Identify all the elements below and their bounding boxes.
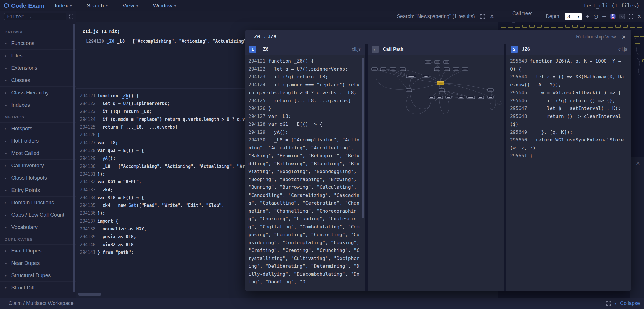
calltree-mini-node bbox=[537, 25, 542, 28]
line-number: 295650 bbox=[510, 137, 530, 143]
expand-icon[interactable] bbox=[629, 14, 633, 19]
line-number: 295645 bbox=[510, 90, 530, 95]
sidebar-item-files[interactable]: ▸Files bbox=[0, 49, 76, 62]
hexagon-logo-icon bbox=[4, 3, 9, 8]
column-scrollbar[interactable] bbox=[362, 58, 364, 218]
line-number: 294129 bbox=[76, 155, 97, 162]
expand-icon[interactable] bbox=[606, 301, 611, 306]
code-text: var qG1 = E(() => { bbox=[268, 121, 323, 127]
code-link[interactable]: _Z6 bbox=[121, 93, 128, 99]
expand-icon[interactable] bbox=[69, 14, 73, 19]
code-token: var qG1 = E(() ⇒ { bbox=[97, 148, 144, 153]
code-link[interactable]: U7 bbox=[123, 101, 128, 106]
menu-search[interactable]: Search▾ bbox=[87, 3, 108, 9]
sidebar-item-label: Struct Diff bbox=[11, 285, 35, 291]
sidebar-item-domain-functions[interactable]: ▸Domain Functions bbox=[0, 196, 76, 209]
calltree-mini-node bbox=[529, 25, 535, 28]
sidebar-scrollbar[interactable] bbox=[73, 24, 75, 292]
chevron-right-icon: ▸ bbox=[5, 54, 7, 58]
sidebar-item-extensions[interactable]: ▸Extensions bbox=[0, 62, 76, 74]
export-image-icon[interactable] bbox=[619, 13, 625, 20]
code-text: zk4 = new Set(["Read", "Write", "Edit", … bbox=[97, 202, 224, 209]
sidebar-item-entry-points[interactable]: ▸Entry Points bbox=[0, 184, 76, 196]
center-target-icon[interactable]: ⊙ bbox=[593, 13, 598, 20]
chevron-right-icon: ▸ bbox=[5, 249, 7, 253]
zoom-out-icon[interactable]: − bbox=[602, 13, 606, 20]
calltree-mini-node bbox=[558, 25, 563, 28]
chevron-right-icon: ▸ bbox=[5, 91, 7, 95]
collapse-button[interactable]: Collapse bbox=[620, 300, 640, 306]
target-function-column: 2 JZ6 cli.js 295643 function JZ6(A, q, K… bbox=[506, 44, 631, 291]
line-number: 294123 bbox=[76, 108, 97, 116]
sidebar-item-most-called[interactable]: ▸Most Called bbox=[0, 147, 76, 159]
hit-function-link[interactable]: _Z6 bbox=[107, 39, 114, 44]
sidebar-item-hot-folders[interactable]: ▸Hot Folders bbox=[0, 135, 76, 147]
menu-label: Window bbox=[153, 3, 172, 9]
sidebar-item-label: Classes bbox=[11, 77, 30, 83]
close-calltree-icon[interactable]: × bbox=[637, 13, 641, 20]
sidebar-item-gaps-low-call-count[interactable]: ▸Gaps / Low Call Count bbox=[0, 209, 76, 221]
source-column-header[interactable]: 1 _Z6 cli.js bbox=[245, 44, 365, 55]
sidebar-item-vocabulary[interactable]: ▸Vocabulary bbox=[0, 221, 76, 233]
sidebar-item-indexes[interactable]: ▸Indexes bbox=[0, 99, 76, 111]
graph-node-label bbox=[391, 69, 394, 69]
overlay-code-line: 295646 if (!q) return () => {}; bbox=[510, 97, 627, 105]
zoom-in-icon[interactable]: + bbox=[585, 13, 590, 20]
code-text: let $ = setInterval(_, K); bbox=[530, 106, 621, 111]
sidebar-item-class-hierarchy[interactable]: ▸Class Hierarchy bbox=[0, 86, 76, 99]
line-number: 294122 bbox=[76, 100, 97, 108]
menu-view[interactable]: View▾ bbox=[123, 3, 138, 9]
sidebar-item-structural-dupes[interactable]: ▸Structural Dupes bbox=[0, 269, 76, 281]
code-text: } bbox=[268, 106, 271, 111]
code-text: return [..._L8, ...q.verbs] bbox=[268, 98, 351, 103]
chevron-right-icon: ▸ bbox=[5, 188, 7, 192]
line-number: 294127 bbox=[248, 114, 268, 119]
chevron-right-icon: ▸ bbox=[5, 79, 7, 82]
calltree-edges bbox=[631, 31, 644, 157]
sidebar-item-struct-diff[interactable]: ▸Struct Diff bbox=[0, 281, 76, 294]
close-panel-icon[interactable]: × bbox=[636, 159, 640, 167]
target-column-header[interactable]: 2 JZ6 cli.js bbox=[506, 44, 631, 55]
sidebar-item-exact-dupes[interactable]: ▸Exact Dupes bbox=[0, 244, 76, 257]
overlay-code-line: 295649 }, [q, K]); bbox=[510, 128, 627, 136]
chevron-down-icon[interactable]: ▾ bbox=[614, 301, 616, 306]
sidebar-item-call-inventory[interactable]: ▸Call Inventory bbox=[0, 159, 76, 172]
menu-window[interactable]: Window▾ bbox=[153, 3, 176, 9]
code-link[interactable]: yA bbox=[103, 156, 108, 161]
horizontal-scrollbar[interactable] bbox=[78, 293, 101, 296]
save-icon[interactable] bbox=[610, 13, 616, 20]
sidebar-item-classes[interactable]: ▸Classes bbox=[0, 74, 76, 86]
expand-icon[interactable] bbox=[480, 14, 485, 19]
sidebar-item-label: Structural Dupes bbox=[11, 272, 51, 279]
relationship-header: _Z6 → JZ6 Relationship View × bbox=[245, 30, 631, 44]
filter-input[interactable] bbox=[4, 13, 66, 20]
sidebar-item-hotspots[interactable]: ▸Hotspots bbox=[0, 122, 76, 135]
call-path-header[interactable]: ↔ Call Path bbox=[368, 44, 504, 55]
line-number: 294124 bbox=[76, 116, 97, 123]
depth-select[interactable]: 3 ▾ bbox=[565, 13, 582, 20]
code-token: (); bbox=[108, 156, 115, 161]
sidebar-item-class-hotspots[interactable]: ▸Class Hotspots bbox=[0, 172, 76, 184]
call-path-graph-svg[interactable] bbox=[368, 55, 504, 291]
chevron-right-icon: ▸ bbox=[5, 213, 7, 217]
close-relationship-icon[interactable]: × bbox=[622, 33, 626, 41]
chevron-right-icon: ▸ bbox=[5, 103, 7, 107]
sidebar-item-functions[interactable]: ▸Functions bbox=[0, 37, 76, 49]
graph-edge bbox=[406, 93, 431, 114]
code-token: import { bbox=[97, 219, 118, 224]
code-token: var $L8 = E(() ⇒ { bbox=[97, 195, 144, 200]
sidebar-item-near-dupes[interactable]: ▸Near Dupes bbox=[0, 257, 76, 269]
graph-node-label bbox=[408, 76, 414, 77]
close-search-icon[interactable]: × bbox=[490, 13, 494, 20]
code-link[interactable]: Set bbox=[128, 203, 136, 208]
sidebar-item-label: Vocabulary bbox=[11, 224, 38, 230]
code-token: (["Read", "Write", "Edit", "Glob", bbox=[136, 203, 224, 208]
calltree-toolbar: Call tree: _... Depth 3 ▾ + ⊙ − bbox=[498, 11, 644, 22]
sidebar-item-label: Class Hierarchy bbox=[11, 90, 49, 96]
chevron-right-icon: ▸ bbox=[5, 274, 7, 277]
code-token: if (!q) return _L8; bbox=[97, 109, 152, 114]
graph-node-label bbox=[459, 97, 462, 98]
overlay-code-line: 295643 function JZ6(A, q, K = 1000, Y = … bbox=[510, 57, 627, 73]
menu-index[interactable]: Index▾ bbox=[55, 3, 72, 9]
code-text: if (!q) return _L8; bbox=[97, 108, 152, 116]
